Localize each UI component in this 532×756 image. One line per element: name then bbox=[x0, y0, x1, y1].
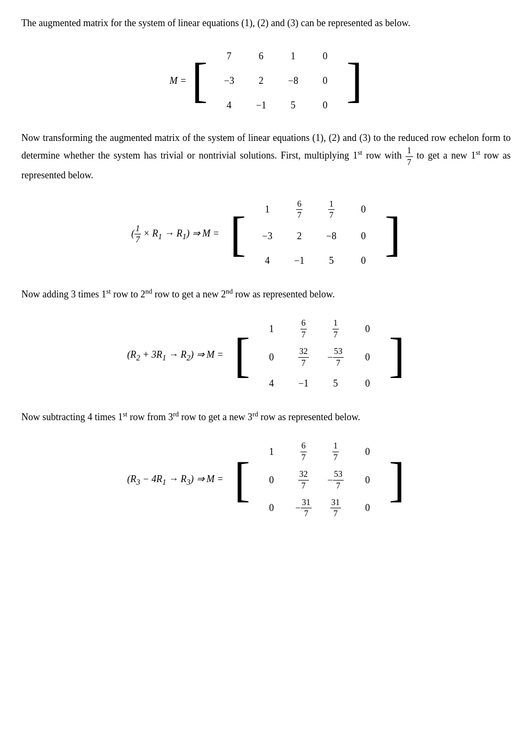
m2-3-4: 0 bbox=[347, 251, 379, 270]
transform1-paragraph: Now transforming the augmented matrix of… bbox=[21, 131, 511, 183]
adding-paragraph: Now adding 3 times 1st row to 2nd row to… bbox=[21, 286, 511, 302]
cell-3-2: −1 bbox=[245, 96, 277, 115]
m2-1-3: 17 bbox=[315, 199, 347, 222]
bracket-right-4: ] bbox=[389, 456, 405, 504]
m2-1-1: 1 bbox=[251, 199, 283, 222]
bracket-left-1: [ bbox=[192, 57, 208, 105]
matrix3-block: (R2 + 3R1 → R2) ⇒ M = [ 1 67 17 0 0 327 … bbox=[21, 314, 511, 396]
op1-label: (17 × R1 → R1) ⇒ M = bbox=[131, 223, 219, 246]
m4-1-2: 67 bbox=[288, 440, 320, 463]
matrix1-wrap: [ 7 6 1 0 −3 2 −8 0 4 −1 5 0 ] bbox=[192, 43, 362, 118]
bracket-right-2: ] bbox=[385, 210, 401, 258]
matrix3-grid: 1 67 17 0 0 327 −537 0 4 −1 5 0 bbox=[250, 314, 389, 396]
matrix4-grid: 1 67 17 0 0 327 −537 0 0 −317 317 0 bbox=[250, 437, 389, 523]
m4-1-1: 1 bbox=[256, 440, 288, 463]
m4-2-4: 0 bbox=[352, 469, 384, 492]
m4-3-2: −317 bbox=[288, 497, 320, 520]
op2-label: (R2 + 3R1 → R2) ⇒ M = bbox=[127, 348, 223, 364]
cell-3-1: 4 bbox=[213, 96, 245, 115]
m3-1-3: 17 bbox=[320, 318, 352, 341]
m3-2-1: 0 bbox=[256, 346, 288, 369]
cell-2-2: 2 bbox=[245, 71, 277, 90]
m2-3-1: 4 bbox=[251, 251, 283, 270]
cell-1-2: 6 bbox=[245, 46, 277, 66]
m4-2-2: 327 bbox=[288, 469, 320, 492]
cell-3-4: 0 bbox=[309, 96, 341, 115]
cell-2-3: −8 bbox=[277, 71, 309, 90]
m2-2-2: 2 bbox=[283, 226, 315, 246]
m3-1-2: 67 bbox=[288, 318, 320, 341]
m3-1-4: 0 bbox=[352, 318, 384, 341]
m2-3-2: −1 bbox=[283, 251, 315, 270]
m2-2-4: 0 bbox=[347, 226, 379, 246]
m4-3-1: 0 bbox=[256, 497, 288, 520]
matrix1-block: M = [ 7 6 1 0 −3 2 −8 0 4 −1 5 0 ] bbox=[21, 43, 511, 118]
m2-1-2: 67 bbox=[283, 199, 315, 222]
matrix1-label: M = bbox=[170, 74, 187, 88]
cell-1-1: 7 bbox=[213, 46, 245, 66]
m3-3-4: 0 bbox=[352, 374, 384, 393]
m2-2-1: −3 bbox=[251, 226, 283, 246]
m3-2-3: −537 bbox=[320, 346, 352, 369]
matrix1-grid: 7 6 1 0 −3 2 −8 0 4 −1 5 0 bbox=[208, 43, 346, 118]
m2-3-3: 5 bbox=[315, 251, 347, 270]
matrix2-block: (17 × R1 → R1) ⇒ M = [ 1 67 17 0 −3 2 −8… bbox=[21, 195, 511, 274]
m3-3-2: −1 bbox=[288, 374, 320, 393]
subtracting-paragraph: Now subtracting 4 times 1st row from 3rd… bbox=[21, 409, 511, 424]
m4-3-4: 0 bbox=[352, 497, 384, 520]
matrix3-wrap: [ 1 67 17 0 0 327 −537 0 4 −1 5 0 ] bbox=[234, 314, 405, 396]
bracket-left-3: [ bbox=[234, 332, 250, 380]
m4-2-3: −537 bbox=[320, 469, 352, 492]
m2-2-3: −8 bbox=[315, 226, 347, 246]
bracket-left-2: [ bbox=[230, 210, 246, 258]
bracket-left-4: [ bbox=[234, 456, 250, 504]
m4-1-3: 17 bbox=[320, 440, 352, 463]
m3-3-3: 5 bbox=[320, 374, 352, 393]
cell-2-4: 0 bbox=[309, 71, 341, 90]
m3-2-4: 0 bbox=[352, 346, 384, 369]
m3-1-1: 1 bbox=[256, 318, 288, 341]
m3-3-1: 4 bbox=[256, 374, 288, 393]
m4-3-3: 317 bbox=[320, 497, 352, 520]
m3-2-2: 327 bbox=[288, 346, 320, 369]
matrix4-block: (R3 − 4R1 → R3) ⇒ M = [ 1 67 17 0 0 327 … bbox=[21, 437, 511, 523]
m4-1-4: 0 bbox=[352, 440, 384, 463]
m4-2-1: 0 bbox=[256, 469, 288, 492]
matrix2-wrap: [ 1 67 17 0 −3 2 −8 0 4 −1 5 0 ] bbox=[230, 195, 401, 274]
cell-1-3: 1 bbox=[277, 46, 309, 66]
cell-1-4: 0 bbox=[309, 46, 341, 66]
matrix4-wrap: [ 1 67 17 0 0 327 −537 0 0 −317 317 0 ] bbox=[234, 437, 405, 523]
m2-1-4: 0 bbox=[347, 199, 379, 222]
cell-2-1: −3 bbox=[213, 71, 245, 90]
intro-paragraph: The augmented matrix for the system of l… bbox=[21, 16, 511, 30]
bracket-right-3: ] bbox=[389, 332, 405, 380]
matrix2-grid: 1 67 17 0 −3 2 −8 0 4 −1 5 0 bbox=[246, 195, 385, 274]
op3-label: (R3 − 4R1 → R3) ⇒ M = bbox=[127, 472, 223, 488]
cell-3-3: 5 bbox=[277, 96, 309, 115]
bracket-right-1: ] bbox=[346, 57, 362, 105]
